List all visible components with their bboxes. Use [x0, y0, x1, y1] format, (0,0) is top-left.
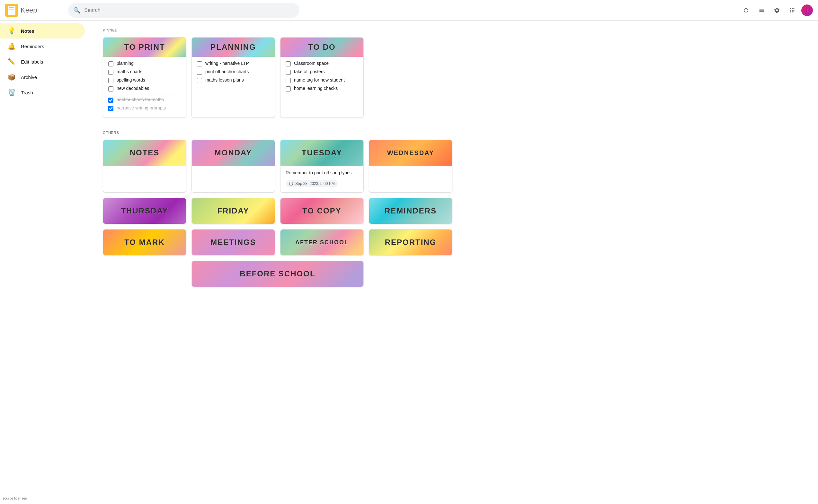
- app-layout: 💡 Notes 🔔 Reminders ✏️ Edit labels 📦 Arc…: [0, 21, 818, 504]
- main-content: PINNED TO PRINT planning maths charts: [90, 21, 818, 504]
- note-banner-wednesday: WEDNESDAY: [369, 140, 452, 166]
- checkbox-classroom-space[interactable]: [286, 61, 291, 66]
- checkbox-print-anchor-charts[interactable]: [197, 70, 202, 75]
- note-card-wednesday[interactable]: WEDNESDAY: [369, 140, 452, 193]
- source-license: source licenses: [0, 495, 30, 501]
- sidebar-item-notes[interactable]: 💡 Notes: [0, 23, 85, 39]
- checkbox-take-off-posters[interactable]: [286, 70, 291, 75]
- list-item: home learning checks: [286, 86, 358, 91]
- note-banner-tomark: TO MARK: [103, 230, 186, 255]
- user-avatar[interactable]: T: [801, 4, 813, 16]
- checkbox-name-tag[interactable]: [286, 78, 291, 83]
- list-item-checked: narrative writing prompts: [108, 105, 181, 111]
- note-card-todo[interactable]: TO DO Classroom space take off posters n…: [280, 37, 364, 118]
- archive-icon: 📦: [8, 73, 16, 81]
- reminder-text: Remember to print off song lyrics: [286, 169, 358, 176]
- note-card-planning[interactable]: PLANNING writing - narrative LTP print o…: [191, 37, 275, 118]
- note-banner-tocopy: TO COPY: [281, 198, 363, 224]
- list-item: Classroom space: [286, 61, 358, 66]
- note-card-thursday[interactable]: THURSDAY: [103, 198, 186, 224]
- keep-logo-icon: [5, 4, 18, 17]
- note-card-friday[interactable]: FRIDAY: [191, 198, 275, 224]
- note-banner-monday: MONDAY: [192, 140, 275, 166]
- list-item: name tag for new student: [286, 77, 358, 83]
- list-item: maths charts: [108, 69, 181, 75]
- svg-rect-4: [9, 11, 13, 11]
- note-banner-tuesday: TUESDAY: [281, 140, 363, 166]
- note-banner-notes: NOTES: [103, 140, 186, 166]
- checkbox-anchor-charts[interactable]: [108, 98, 113, 103]
- checkbox-home-learning[interactable]: [286, 86, 291, 91]
- note-card-reporting[interactable]: REPORTING: [369, 229, 452, 256]
- others-label: OTHERS: [103, 131, 805, 135]
- note-body-todo: Classroom space take off posters name ta…: [281, 57, 363, 98]
- sidebar-item-trash[interactable]: 🗑️ Trash: [0, 85, 85, 100]
- app-title: Keep: [21, 6, 37, 14]
- note-card-to-print[interactable]: TO PRINT planning maths charts spelling …: [103, 37, 186, 118]
- note-banner-meetings: MEETINGS: [192, 230, 275, 255]
- note-card-meetings[interactable]: MEETINGS: [191, 229, 275, 256]
- clock-icon: [289, 181, 293, 186]
- sidebar-item-archive[interactable]: 📦 Archive: [0, 69, 85, 85]
- search-bar[interactable]: 🔍: [68, 3, 300, 18]
- sidebar-label-reminders: Reminders: [21, 44, 44, 49]
- note-banner-planning: PLANNING: [192, 38, 275, 57]
- checkbox-maths-charts[interactable]: [108, 70, 113, 75]
- checkbox-planning[interactable]: [108, 61, 113, 66]
- checkbox-narrative-writing[interactable]: [108, 106, 113, 111]
- sidebar-item-reminders[interactable]: 🔔 Reminders: [0, 39, 85, 54]
- others-notes-grid: NOTES MONDAY TUESDAY Remember to print o…: [103, 140, 805, 287]
- checkbox-spelling-words[interactable]: [108, 78, 113, 83]
- note-card-to-copy[interactable]: TO COPY: [280, 198, 364, 224]
- checkbox-new-decodables[interactable]: [108, 86, 113, 91]
- reminders-icon: 🔔: [8, 42, 16, 50]
- search-input[interactable]: [84, 7, 294, 13]
- note-banner-thursday: THURSDAY: [103, 198, 186, 224]
- list-item: planning: [108, 61, 181, 66]
- apps-icon: [789, 7, 796, 13]
- list-item: print off anchor charts: [197, 69, 270, 75]
- pinned-notes-grid: TO PRINT planning maths charts spelling …: [103, 37, 805, 118]
- sidebar: 💡 Notes 🔔 Reminders ✏️ Edit labels 📦 Arc…: [0, 21, 90, 504]
- reminder-chip: Sep 28, 2023, 5:00 PM: [286, 180, 338, 187]
- reminder-date: Sep 28, 2023, 5:00 PM: [295, 181, 335, 186]
- note-banner-reminders: REMINDERS: [369, 198, 452, 224]
- layout-toggle-button[interactable]: [755, 4, 768, 17]
- list-item: maths lesson plans: [197, 77, 270, 83]
- apps-button[interactable]: [786, 4, 799, 17]
- header-actions: T: [740, 4, 813, 17]
- note-banner-todo: TO DO: [281, 38, 363, 57]
- note-card-to-mark[interactable]: TO MARK: [103, 229, 186, 256]
- note-banner-friday: FRIDAY: [192, 198, 275, 224]
- settings-button[interactable]: [770, 4, 783, 17]
- checklist-separator: [108, 94, 181, 94]
- note-banner-before-school: BEFORE SCHOOL: [192, 261, 363, 287]
- edit-labels-icon: ✏️: [8, 58, 16, 65]
- layout-icon: [758, 7, 765, 13]
- note-card-after-school[interactable]: AFTER SCHOOL: [280, 229, 364, 256]
- list-item: spelling words: [108, 77, 181, 83]
- svg-rect-2: [9, 7, 14, 8]
- search-icon: 🔍: [73, 7, 80, 14]
- settings-icon: [774, 7, 780, 13]
- note-card-tuesday[interactable]: TUESDAY Remember to print off song lyric…: [280, 140, 364, 193]
- pinned-label: PINNED: [103, 28, 805, 32]
- app-header: Keep 🔍 T: [0, 0, 818, 21]
- sidebar-label-notes: Notes: [21, 28, 34, 34]
- note-card-reminders[interactable]: REMINDERS: [369, 198, 452, 224]
- refresh-button[interactable]: [740, 4, 753, 17]
- list-item: take off posters: [286, 69, 358, 75]
- note-card-monday[interactable]: MONDAY: [191, 140, 275, 193]
- note-banner-to-print: TO PRINT: [103, 38, 186, 57]
- list-item-checked: anchor charts for maths: [108, 97, 181, 103]
- refresh-icon: [743, 7, 749, 13]
- checkbox-writing-narrative[interactable]: [197, 61, 202, 66]
- note-card-before-school[interactable]: BEFORE SCHOOL: [191, 261, 364, 287]
- sidebar-item-edit-labels[interactable]: ✏️ Edit labels: [0, 54, 85, 69]
- notes-icon: 💡: [8, 27, 16, 35]
- checkbox-maths-lesson-plans[interactable]: [197, 78, 202, 83]
- app-logo[interactable]: Keep: [5, 4, 63, 17]
- note-card-notes[interactable]: NOTES: [103, 140, 186, 193]
- trash-icon: 🗑️: [8, 89, 16, 96]
- sidebar-label-archive: Archive: [21, 74, 37, 80]
